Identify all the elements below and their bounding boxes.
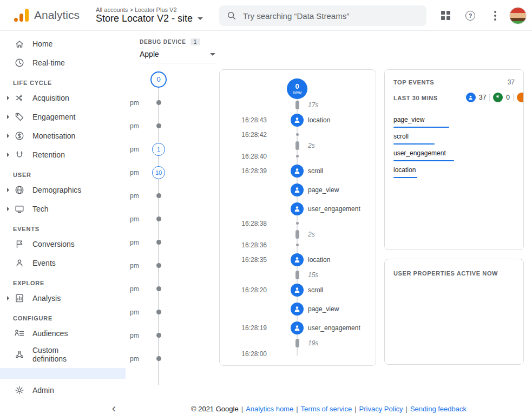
event-name: location [307,256,330,264]
footer-separator: | [406,405,408,413]
event-name: user_engagement [307,324,360,332]
breadcrumb[interactable]: All accounts > Locator Plus V2 [96,6,203,13]
minute-bubble-current[interactable]: 0 [150,71,167,88]
top-event-row[interactable]: location [393,161,515,178]
conversions-counter-icon [493,93,503,102]
minute-row: pm [126,184,221,207]
footer-separator: | [241,405,243,413]
top-events-title: TOP EVENTS [393,79,434,86]
sidebar-section-user: USER [13,172,126,178]
debug-device-count-badge: 1 [191,38,200,45]
event-name: scroll [307,167,323,175]
top-event-row[interactable]: user_engagement [393,145,515,161]
footer-link-privacy-policy[interactable]: Privacy Policy [359,405,403,413]
sidebar-item-events[interactable]: Events [0,253,126,272]
expand-arrow-icon [4,153,12,157]
stream-event[interactable]: 16:28:35 location [220,250,376,269]
sidebar-section-explore: EXPLORE [13,280,126,286]
analytics-logo-icon[interactable] [14,9,29,22]
sidebar-item-custom-definitions[interactable]: Custom definitions [0,343,126,366]
expand-arrow-icon [4,188,12,192]
event-timestamp: 16:28:36 [220,241,287,249]
minute-dot [156,356,161,361]
stream-time: 16:28:40 [220,151,376,161]
footer-link-analytics-home[interactable]: Analytics home [246,405,293,413]
debug-device-select[interactable]: Apple [140,47,216,63]
search-input[interactable] [243,11,419,21]
gap-marker [295,230,299,239]
errors-counter-icon [517,93,524,102]
event-timestamp: 16:28:42 [220,131,287,139]
event-timestamp: 16:28:35 [220,256,287,264]
new-events-bubble[interactable]: 0 new [287,78,307,99]
minute-bubble[interactable]: 10 [152,166,165,179]
minute-dot [156,193,161,198]
event-person-icon [291,165,304,178]
sidebar-item-selected-highlight[interactable] [0,368,126,379]
sidebar-item-demographics[interactable]: Demographics [0,180,126,199]
stream-gap: 17s [220,99,376,110]
engagement-tag-icon [14,111,25,122]
stream-event[interactable]: 16:28:20 scroll [220,280,376,299]
top-event-row[interactable]: page_view [393,111,515,128]
search-bar[interactable] [219,5,426,26]
debug-device-value: Apple [140,50,159,58]
gap-marker [295,141,299,150]
sidebar-item-home[interactable]: Home [0,34,126,53]
gap-marker [295,101,299,109]
sidebar-collapse-button[interactable]: ‹ [112,403,116,415]
sidebar-item-monetisation[interactable]: Monetisation [0,126,126,145]
custom-definitions-icon [14,349,25,360]
sidebar-item-real-time[interactable]: Real-time [0,53,126,72]
footer-link-terms-of-service[interactable]: Terms of service [301,405,352,413]
event-timestamp: 16:28:43 [220,116,287,124]
user-properties-title: USER PROPERTIES ACTIVE NOW [393,270,498,277]
user-avatar[interactable] [509,7,527,24]
stream-event[interactable]: 16:28:19 user_engagement [220,318,376,337]
sidebar-item-analysis[interactable]: Analysis [0,288,126,307]
sidebar-item-acquisition[interactable]: Acquisition [0,88,126,107]
event-timestamp: 16:28:38 [220,220,287,227]
logo-dot [14,18,18,22]
stream-event[interactable]: 16:28:43 location [220,110,376,129]
sidebar-item-retention[interactable]: Retention [0,145,126,164]
sidebar-item-label: Home [32,40,52,48]
footer-link-sending-feedback[interactable]: Sending feedback [410,405,467,413]
minute-dot [156,286,161,291]
sidebar-item-conversions[interactable]: Conversions [0,234,126,253]
help-button[interactable]: ? [459,5,481,27]
sidebar-item-label: Retention [32,150,65,159]
event-name: page_view [307,305,339,313]
event-person-icon [291,321,304,334]
counter-divider [513,94,514,101]
top-events-panel: TOP EVENTS 37 LAST 30 MINS 37 0 page_vie… [384,69,524,250]
stream-event[interactable]: page_view [220,299,376,318]
stream-event[interactable]: user_engagement [220,199,376,218]
apps-grid-icon [441,11,450,20]
top-event-row[interactable]: scroll [393,128,515,145]
chevron-down-icon [198,17,203,20]
sidebar-item-audiences[interactable]: Audiences [0,324,126,343]
sidebar-item-admin[interactable]: Admin [0,380,126,399]
expand-arrow-icon [4,207,12,211]
counter-divider [489,94,490,101]
time-dot [296,155,299,158]
more-options-button[interactable] [484,5,506,27]
event-name: page_view [307,186,339,194]
event-person-icon [291,253,304,266]
sidebar-item-tech[interactable]: Tech [0,199,126,218]
stream-event[interactable]: 16:28:39 scroll [220,161,376,180]
sidebar-item-engagement[interactable]: Engagement [0,107,126,126]
sidebar-item-label: Custom definitions [32,346,76,363]
stream-event[interactable]: page_view [220,180,376,199]
apps-grid-button[interactable] [435,5,456,27]
demographics-globe-icon [14,185,25,195]
audiences-icon [14,328,25,339]
sidebar-item-label: Events [32,259,56,267]
events-person-icon [14,258,25,268]
property-selector[interactable]: Store Locator V2 - site [96,13,203,24]
minute-bubble[interactable]: 1 [152,143,165,156]
stream-time: 16:28:36 [220,240,376,250]
minute-row: pm [126,91,221,114]
sidebar-item-label: Conversions [32,240,75,248]
